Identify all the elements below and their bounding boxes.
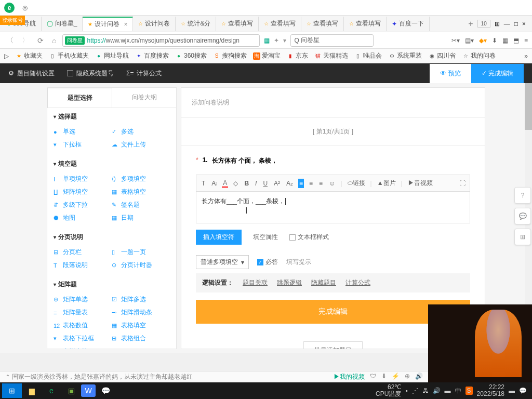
download-status-icon[interactable]: ⬇ [381, 373, 387, 381]
font-size-icon[interactable]: Aᵢ [210, 180, 218, 187]
app-icon-1[interactable]: ▣ [61, 383, 81, 398]
start-button[interactable]: ⊞ [2, 383, 22, 398]
extension-icon[interactable]: ✦ [274, 37, 279, 44]
tabs-menu-icon[interactable]: ⊞ [495, 20, 500, 28]
clear-format-icon[interactable]: ◇ [232, 180, 239, 187]
bookmark-more-icon[interactable]: » [524, 52, 528, 60]
item-multi[interactable]: ✓多选 [112, 125, 170, 138]
wechat-icon[interactable]: 💬 [96, 383, 115, 398]
bookmark-fav[interactable]: ★收藏夹 [15, 51, 43, 60]
bookmark-360[interactable]: ●360搜索 [175, 51, 207, 60]
bookmark-toggle-icon[interactable]: ▷ [4, 52, 9, 60]
tab-view2[interactable]: ☆查看填写 [259, 17, 301, 31]
back-icon[interactable]: 〈 [4, 36, 16, 45]
underline-icon[interactable]: U [262, 180, 269, 187]
notification-icon[interactable]: ▬ [509, 387, 515, 394]
cat-page[interactable]: 分页说明 [47, 229, 176, 246]
logic-hide[interactable]: 隐藏题目 [311, 278, 336, 287]
item-cascader[interactable]: ⇵多级下拉 [54, 198, 112, 211]
bookmark-nav[interactable]: ●网址导航 [95, 51, 129, 60]
preview-button[interactable]: 👁预览 [430, 64, 471, 83]
item-timer[interactable]: ⊙分页计时器 [112, 259, 170, 272]
tab-design-active[interactable]: ★设计问卷× [83, 17, 133, 31]
tab-question-types[interactable]: 题型选择 [47, 88, 112, 108]
align-right-icon[interactable]: ≡ [318, 180, 324, 187]
menu-icon[interactable]: ≡ [524, 37, 528, 44]
tray-icon-1[interactable]: ▪ [405, 387, 407, 394]
tab-view4[interactable]: ☆查看填写 [344, 17, 387, 31]
align-center-icon[interactable]: ≡ [308, 180, 314, 187]
bold-icon[interactable]: B [243, 180, 250, 187]
required-checkbox[interactable]: ✓必答 [257, 258, 278, 267]
scrollbar-thumb[interactable] [525, 83, 532, 130]
bookmark-sogou[interactable]: S搜狗搜索 [213, 51, 247, 60]
qr-icon[interactable]: ▦ [264, 37, 270, 44]
item-multi-blank[interactable]: ⟨⟩多项填空 [112, 172, 170, 185]
bookmark-taobao[interactable]: 淘爱淘宝 [253, 51, 281, 60]
sound-icon[interactable]: 🔊 [415, 373, 423, 381]
item-date[interactable]: ▦日期 [112, 211, 170, 224]
game-icon[interactable]: ◆▾ [479, 37, 487, 44]
news-expand-icon[interactable]: ⌃ [5, 374, 10, 381]
login-badge[interactable]: 登录账号 [0, 16, 25, 25]
explorer-icon[interactable]: ▆ [22, 383, 42, 398]
tray-battery-icon[interactable]: ▬ [445, 387, 451, 394]
cat-choice[interactable]: 选择题 [47, 108, 176, 125]
textbox-style-checkbox[interactable]: 文本框样式 [289, 233, 329, 242]
item-table-fill[interactable]: ▦表格填空 [112, 319, 170, 332]
bookmark-tmall[interactable]: 猫天猫精选 [314, 51, 348, 60]
item-table-combo[interactable]: ⊞表格组合 [112, 332, 170, 345]
item-pagebreak[interactable]: ⊟分页栏 [54, 246, 112, 259]
action-center-icon[interactable]: 💬 [519, 387, 527, 394]
new-tab-button[interactable]: + [468, 19, 473, 29]
forward-icon[interactable]: 〉 [20, 36, 31, 45]
browser-taskbar-icon[interactable]: e [42, 383, 61, 398]
tray-sogou-icon[interactable]: S [466, 387, 473, 395]
batch-add-button[interactable]: 批量添加题目 [303, 341, 363, 349]
feedback-icon[interactable]: 💬 [514, 208, 531, 224]
bookmark-sys[interactable]: ⚙系统重装 [388, 51, 422, 60]
scissors-icon[interactable]: ✂▾ [451, 37, 460, 44]
item-table-dropdown[interactable]: ▾表格下拉框 [54, 332, 112, 345]
image-button[interactable]: ▲图片 [376, 179, 397, 188]
hide-numbers[interactable]: 隐藏系统题号 [67, 69, 114, 78]
item-map[interactable]: ⬣地图 [54, 211, 112, 224]
item-one-per-page[interactable]: ▯一题一页 [112, 246, 170, 259]
zoom-icon[interactable]: ⊕ [405, 373, 410, 381]
item-upload[interactable]: ☁文件上传 [112, 138, 170, 151]
cpu-temp[interactable]: 62℃CPU温度 [376, 384, 401, 397]
taskbar-clock[interactable]: 22:222022/5/18 [477, 384, 504, 397]
dropdown-icon[interactable]: ▾ [283, 37, 286, 44]
item-signature[interactable]: ✎签名题 [112, 198, 170, 211]
item-single-blank[interactable]: I单项填空 [54, 172, 112, 185]
hint-link[interactable]: 填写提示 [286, 258, 311, 267]
cat-matrix[interactable]: 矩阵题 [47, 276, 176, 293]
tray-network-icon[interactable]: 🖧 [422, 387, 429, 394]
item-single[interactable]: ●单选 [54, 125, 112, 138]
translate-icon[interactable]: ▤▾ [465, 37, 474, 44]
editor-textarea[interactable]: 长方体有___个面，___条棱， I [196, 192, 470, 223]
refresh-icon[interactable]: ⟳ [35, 36, 46, 45]
compass-icon[interactable]: ◎ [19, 2, 31, 14]
tab-wjx[interactable]: ◯问卷星_ [42, 17, 83, 31]
item-matrix-blank[interactable]: ∐矩阵填空 [54, 185, 112, 198]
blank-attr-button[interactable]: 填空属性 [248, 230, 283, 245]
help-icon[interactable]: ? [514, 187, 531, 204]
random-settings[interactable]: ⚙题目随机设置 [8, 69, 55, 78]
emoji-icon[interactable]: ☺ [328, 180, 336, 187]
subscript-icon[interactable]: A₂ [285, 180, 294, 187]
item-paragraph[interactable]: T段落说明 [54, 259, 112, 272]
home-icon[interactable]: ⌂ [50, 36, 58, 45]
bookmark-baidu[interactable]: ✦百度搜索 [135, 51, 169, 60]
logic-relation[interactable]: 题目关联 [243, 278, 268, 287]
maximize-icon[interactable]: □ [514, 20, 518, 28]
grid-icon[interactable]: ▦ [502, 37, 508, 44]
tray-wifi-icon[interactable]: ⋰ [412, 387, 418, 394]
download-icon[interactable]: ⬇ [492, 37, 497, 44]
media-button[interactable]: ▶音视频 [407, 179, 434, 188]
item-matrix-scale[interactable]: ≡矩阵量表 [54, 306, 112, 319]
minimize-icon[interactable]: — [504, 20, 510, 28]
item-matrix-single[interactable]: ⊚矩阵单选 [54, 293, 112, 306]
tab-baidu[interactable]: ✦百度一下 [387, 17, 430, 31]
item-matrix-slider[interactable]: ⊸矩阵滑动条 [112, 306, 170, 319]
